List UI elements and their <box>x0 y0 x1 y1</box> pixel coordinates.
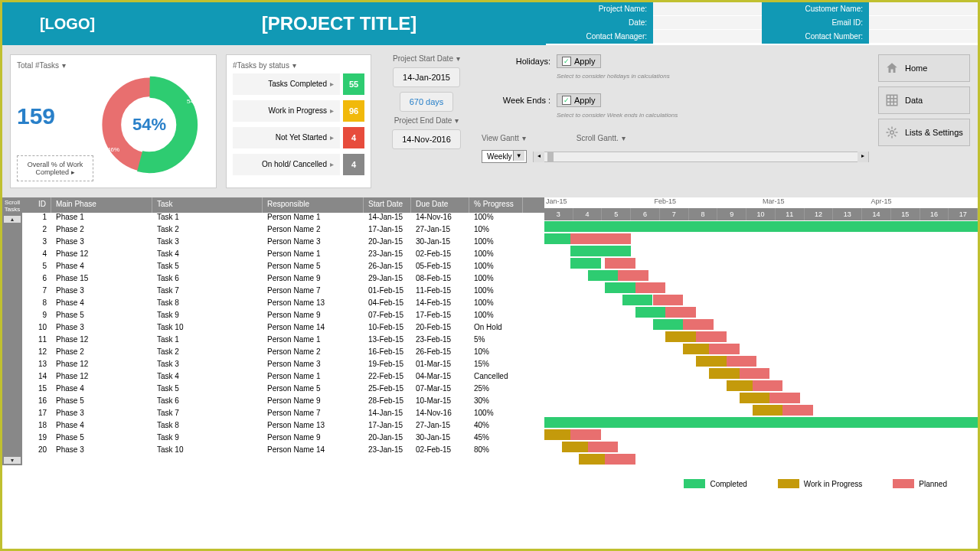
column-header[interactable]: Main Phase <box>51 197 152 213</box>
meta-label: Project Name: <box>546 2 653 16</box>
table-row[interactable]: 17Phase 3Task 7Person Name 714-Jan-1514-… <box>22 409 544 421</box>
gantt-bar[interactable] <box>653 295 684 305</box>
status-count: 4 <box>343 154 364 175</box>
gantt-bar[interactable] <box>665 307 696 318</box>
holidays-hint: Select to consider holidays in calculati… <box>557 73 869 80</box>
gantt-bar[interactable] <box>665 331 696 342</box>
table-row[interactable]: 14Phase 12Task 4Person Name 122-Feb-1504… <box>22 372 544 384</box>
gantt-bar[interactable] <box>753 380 783 391</box>
gantt-bar[interactable] <box>727 356 757 367</box>
status-row[interactable]: Not Yet Started <box>233 127 340 148</box>
gantt-bar[interactable] <box>588 270 619 281</box>
gantt-bar[interactable] <box>683 319 714 330</box>
table-row[interactable]: 10Phase 3Task 10Person Name 1410-Feb-152… <box>22 323 544 335</box>
column-header[interactable]: Task <box>152 197 263 213</box>
scroll-gantt-dropdown[interactable]: Scroll Gantt. <box>577 134 626 142</box>
meta-label: Customer Name: <box>762 2 869 16</box>
status-row[interactable]: Tasks Completed <box>233 73 340 95</box>
column-header[interactable]: Start Date <box>364 197 411 213</box>
meta-value[interactable] <box>869 2 978 16</box>
table-row[interactable]: 12Phase 2Task 2Person Name 216-Feb-1526-… <box>22 347 544 360</box>
meta-value[interactable] <box>653 2 762 16</box>
start-date-value[interactable]: 14-Jan-2015 <box>393 67 460 87</box>
gantt-bar[interactable] <box>696 331 727 342</box>
project-title: [PROJECT TITLE] <box>132 13 546 34</box>
gantt-bar[interactable] <box>544 233 570 244</box>
end-date-value[interactable]: 14-Nov-2016 <box>392 129 461 149</box>
meta-label: Contact Number: <box>762 30 869 44</box>
gantt-bar[interactable] <box>696 356 727 367</box>
gantt-bar[interactable] <box>605 258 635 269</box>
legend: CompletedWork in ProgressPlanned <box>2 465 978 502</box>
table-row[interactable]: 18Phase 4Task 8Person Name 1317-Jan-1527… <box>22 421 544 433</box>
gantt-bar[interactable] <box>782 405 813 416</box>
table-row[interactable]: 6Phase 15Task 6Person Name 929-Jan-1508-… <box>22 274 544 286</box>
gantt-bar[interactable] <box>605 282 635 293</box>
gantt-bar[interactable] <box>653 319 684 330</box>
status-row[interactable]: On hold/ Cancelled <box>233 154 340 175</box>
lists-settings-button[interactable]: Lists & Settings <box>878 119 970 146</box>
meta-value[interactable] <box>653 16 762 30</box>
gantt-bar[interactable] <box>740 393 770 403</box>
home-button[interactable]: Home <box>878 54 970 82</box>
scroll-left-icon[interactable]: ◂ <box>534 152 544 162</box>
gantt-bar[interactable] <box>605 454 635 465</box>
table-row[interactable]: 13Phase 12Task 3Person Name 319-Feb-1501… <box>22 360 544 372</box>
gantt-bar[interactable] <box>588 442 619 452</box>
table-row[interactable]: 2Phase 2Task 2Person Name 217-Jan-1527-J… <box>22 225 544 237</box>
gantt-bar[interactable] <box>622 295 653 305</box>
legend-item: Planned <box>893 479 947 488</box>
table-row[interactable]: 11Phase 12Task 1Person Name 113-Feb-1523… <box>22 335 544 347</box>
gantt-bar[interactable] <box>618 270 648 281</box>
gantt-scrollbar[interactable]: ◂ ▸ <box>533 152 869 162</box>
table-row[interactable]: 7Phase 3Task 7Person Name 701-Feb-1511-F… <box>22 286 544 298</box>
gantt-bar[interactable] <box>740 368 770 379</box>
table-row[interactable]: 16Phase 5Task 6Person Name 928-Feb-1510-… <box>22 396 544 409</box>
column-header[interactable]: Due Date <box>411 197 469 213</box>
scroll-thumb[interactable] <box>547 152 554 161</box>
view-gantt-dropdown[interactable]: View Gantt <box>482 134 526 142</box>
meta-value[interactable] <box>869 30 978 44</box>
gantt-bar[interactable] <box>570 233 631 244</box>
meta-value[interactable] <box>869 16 978 30</box>
gantt-bar[interactable] <box>635 307 666 318</box>
table-row[interactable]: 8Phase 4Task 8Person Name 1304-Feb-1514-… <box>22 298 544 311</box>
start-date-dropdown[interactable]: Project Start Date <box>393 54 460 63</box>
column-header[interactable]: % Progress <box>469 197 523 213</box>
gantt-bar[interactable] <box>635 282 666 293</box>
table-row[interactable]: 19Phase 5Task 9Person Name 920-Jan-1530-… <box>22 433 544 445</box>
day-label: 13 <box>833 208 862 220</box>
scroll-right-icon[interactable]: ▸ <box>858 152 868 162</box>
overall-pct-label[interactable]: Overall % of Work Completed ▸ <box>17 155 93 181</box>
gantt-bar[interactable] <box>570 258 601 269</box>
table-row[interactable]: 15Phase 4Task 5Person Name 525-Feb-1507-… <box>22 384 544 396</box>
scroll-tasks-label[interactable]: Scroll Tasks ▴ ▾ <box>2 197 22 465</box>
gantt-bar[interactable] <box>570 429 601 440</box>
status-row[interactable]: Work in Progress <box>233 100 340 122</box>
table-row[interactable]: 3Phase 3Task 3Person Name 320-Jan-1530-J… <box>22 237 544 249</box>
weekends-apply-button[interactable]: ✓Apply <box>557 93 601 107</box>
gantt-bar[interactable] <box>570 246 631 256</box>
gantt-bar[interactable] <box>709 344 740 354</box>
gantt-bar[interactable] <box>544 417 978 428</box>
meta-value[interactable] <box>653 30 762 44</box>
gantt-mode-select[interactable]: Weekly <box>482 150 527 163</box>
gantt-bar[interactable] <box>709 368 740 379</box>
gantt-bar[interactable] <box>769 393 800 403</box>
total-tasks-dropdown[interactable]: Total #Tasks <box>17 61 93 70</box>
holidays-apply-button[interactable]: ✓Apply <box>557 54 601 68</box>
gantt-bar[interactable] <box>753 405 783 416</box>
data-button[interactable]: Data <box>878 86 970 114</box>
column-header[interactable]: Responsible <box>263 197 364 213</box>
table-row[interactable]: 20Phase 3Task 10Person Name 1423-Jan-150… <box>22 445 544 458</box>
table-row[interactable]: 9Phase 5Task 9Person Name 907-Feb-1517-F… <box>22 311 544 323</box>
table-row[interactable]: 4Phase 12Task 4Person Name 123-Jan-1502-… <box>22 249 544 262</box>
gantt-bar[interactable] <box>544 221 978 232</box>
status-dropdown[interactable]: #Tasks by status <box>233 61 364 70</box>
table-row[interactable]: 5Phase 4Task 5Person Name 526-Jan-1505-F… <box>22 262 544 274</box>
gantt-bar[interactable] <box>544 429 570 440</box>
meta-left: Project Name:Date:Contact Manager: <box>546 2 762 45</box>
end-date-dropdown[interactable]: Project End Date <box>394 116 459 125</box>
column-header[interactable]: ID <box>22 197 51 213</box>
table-row[interactable]: 1Phase 1Task 1Person Name 114-Jan-1514-N… <box>22 213 544 225</box>
